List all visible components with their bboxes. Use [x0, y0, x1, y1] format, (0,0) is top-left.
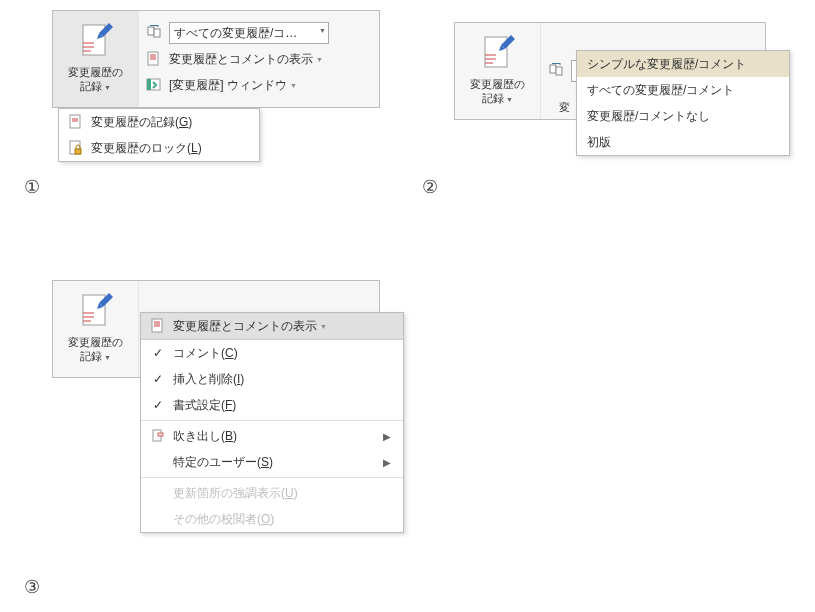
track-changes-small-icon [65, 114, 87, 130]
chevron-down-icon: ▼ [319, 27, 326, 34]
label-line1: 変更履歴の [68, 336, 123, 348]
display-mode-row: すべての変更履歴/コ… ▼ [145, 20, 373, 46]
show-markup-icon [147, 318, 169, 334]
svg-rect-2 [154, 29, 160, 37]
track-changes-label: 変更履歴の 記録▼ [68, 65, 123, 95]
callout-3: ③ [24, 576, 40, 598]
svg-rect-5 [147, 79, 151, 90]
menu-formatting[interactable]: ✓ 書式設定(F) [141, 392, 403, 418]
track-changes-button[interactable]: 変更履歴の 記録▼ [455, 23, 540, 119]
menu-track-changes[interactable]: 変更履歴の記録(G) [59, 109, 259, 135]
menu-separator [141, 477, 403, 478]
chevron-down-icon: ▼ [290, 82, 297, 89]
menu-highlight-updates: 更新箇所の強調表示(U) [141, 480, 403, 506]
menu-item-label: 変更履歴のロック(L) [87, 140, 202, 157]
show-markup-icon [145, 50, 163, 68]
label-line2: 記録 [482, 92, 504, 104]
svg-rect-17 [158, 433, 163, 436]
ribbon-panel-1: 変更履歴の 記録▼ すべての変更履歴/コ… ▼ 変更履歴とコメントの表示 ▼ [… [52, 10, 380, 108]
display-mode-value: すべての変更履歴/コ… [174, 25, 297, 42]
check-icon: ✓ [147, 346, 169, 360]
chevron-down-icon: ▼ [320, 323, 327, 330]
chevron-down-icon: ▼ [104, 84, 111, 91]
header-label: 変更履歴とコメントの表示 [169, 318, 317, 335]
svg-rect-10 [550, 65, 556, 73]
menu-item-label: 挿入と削除(I) [169, 371, 244, 388]
option-original[interactable]: 初版 [577, 129, 789, 155]
callout-1: ① [24, 176, 40, 198]
label-line2: 記録 [80, 80, 102, 92]
options-column-1: すべての変更履歴/コ… ▼ 変更履歴とコメントの表示 ▼ [変更履歴] ウィンド… [138, 11, 379, 107]
menu-lock-tracking[interactable]: 変更履歴のロック(L) [59, 135, 259, 161]
partial-label: 変 [559, 100, 570, 115]
track-changes-icon [79, 23, 113, 63]
option-no-markup[interactable]: 変更履歴/コメントなし [577, 103, 789, 129]
option-all-markup[interactable]: すべての変更履歴/コメント [577, 77, 789, 103]
reviewing-pane-label: [変更履歴] ウィンドウ [169, 77, 287, 94]
menu-insertions-deletions[interactable]: ✓ 挿入と削除(I) [141, 366, 403, 392]
svg-rect-11 [556, 67, 562, 75]
menu-item-label: 書式設定(F) [169, 397, 236, 414]
menu-comments[interactable]: ✓ コメント(C) [141, 340, 403, 366]
chevron-right-icon: ▶ [383, 431, 391, 442]
label-line2: 記録 [80, 350, 102, 362]
chevron-down-icon: ▼ [506, 96, 513, 103]
svg-rect-8 [75, 149, 81, 154]
show-markup-header[interactable]: 変更履歴とコメントの表示▼ [141, 313, 403, 340]
menu-item-label: その他の校閲者(O) [169, 511, 274, 528]
track-changes-button[interactable]: 変更履歴の 記録▼ [53, 11, 138, 107]
chevron-down-icon: ▼ [104, 354, 111, 361]
menu-specific-people[interactable]: 特定のユーザー(S) ▶ [141, 449, 403, 475]
menu-balloons[interactable]: 吹き出し(B) ▶ [141, 423, 403, 449]
chevron-right-icon: ▶ [383, 457, 391, 468]
track-changes-icon [481, 35, 515, 75]
track-changes-label: 変更履歴の 記録▼ [470, 77, 525, 107]
menu-item-label: コメント(C) [169, 345, 238, 362]
menu-item-label: 特定のユーザー(S) [169, 454, 273, 471]
track-changes-menu: 変更履歴の記録(G) 変更履歴のロック(L) [58, 108, 260, 162]
label-line1: 変更履歴の [470, 78, 525, 90]
svg-rect-1 [148, 27, 154, 35]
lock-tracking-icon [65, 140, 87, 156]
show-markup-label: 変更履歴とコメントの表示 [169, 51, 313, 68]
chevron-down-icon: ▼ [316, 56, 323, 63]
display-mode-icon [547, 62, 565, 80]
reviewing-pane-icon [145, 76, 163, 94]
display-mode-combo[interactable]: すべての変更履歴/コ… ▼ [169, 22, 329, 44]
option-simple-markup[interactable]: シンプルな変更履歴/コメント [577, 51, 789, 77]
check-icon: ✓ [147, 398, 169, 412]
track-changes-icon [79, 293, 113, 333]
menu-item-label: 変更履歴の記録(G) [87, 114, 192, 131]
menu-separator [141, 420, 403, 421]
menu-item-label: 吹き出し(B) [169, 428, 237, 445]
reviewing-pane-row[interactable]: [変更履歴] ウィンドウ ▼ [145, 72, 373, 98]
label-line1: 変更履歴の [68, 66, 123, 78]
track-changes-label: 変更履歴の 記録▼ [68, 335, 123, 365]
option-label: シンプルな変更履歴/コメント [583, 56, 746, 73]
show-markup-menu: 変更履歴とコメントの表示▼ ✓ コメント(C) ✓ 挿入と削除(I) ✓ 書式設… [140, 312, 404, 533]
callout-2: ② [422, 176, 438, 198]
option-label: 変更履歴/コメントなし [583, 108, 710, 125]
option-label: 初版 [583, 134, 611, 151]
balloons-icon [147, 429, 169, 443]
show-markup-row[interactable]: 変更履歴とコメントの表示 ▼ [145, 46, 373, 72]
display-mode-dropdown: シンプルな変更履歴/コメント すべての変更履歴/コメント 変更履歴/コメントなし… [576, 50, 790, 156]
option-label: すべての変更履歴/コメント [583, 82, 734, 99]
menu-item-label: 更新箇所の強調表示(U) [169, 485, 298, 502]
menu-other-authors: その他の校閲者(O) [141, 506, 403, 532]
track-changes-button[interactable]: 変更履歴の 記録▼ [53, 281, 138, 377]
display-mode-icon [145, 24, 163, 42]
check-icon: ✓ [147, 372, 169, 386]
